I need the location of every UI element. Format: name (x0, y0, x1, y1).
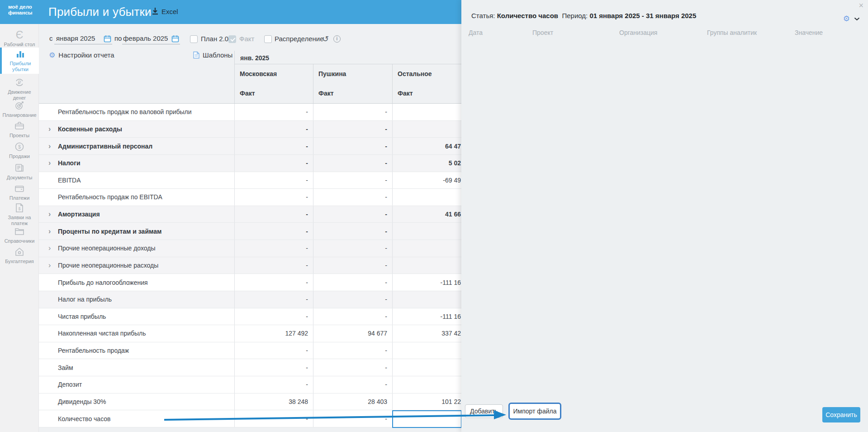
chevron-down-icon[interactable] (854, 17, 860, 21)
column-header-pushkina[interactable]: Пушкина (313, 64, 392, 83)
row-label-cell[interactable]: Накопленная чистая прибыль (39, 325, 234, 342)
value-cell[interactable] (392, 240, 462, 257)
row-label-cell[interactable]: Займ (39, 359, 234, 376)
value-cell[interactable]: - (234, 206, 313, 223)
row-label-cell[interactable]: Депозит (39, 376, 234, 393)
expand-chevron-icon[interactable]: › (48, 245, 58, 251)
value-cell[interactable]: - (234, 172, 313, 189)
row-label-cell[interactable]: Чистая прибыль (39, 308, 234, 325)
sidebar-item-5[interactable]: Проекты (0, 120, 39, 139)
import-file-button[interactable]: Импорт файла (508, 403, 561, 420)
value-cell[interactable]: 38 248 (234, 394, 313, 410)
templates-button[interactable]: Шаблоны (193, 51, 232, 59)
sidebar-item-11[interactable]: Бухгалтерия (0, 245, 39, 264)
sidebar-item-3[interactable]: ₽Движение денег (0, 76, 39, 101)
sidebar-item-6[interactable]: $Продажи (0, 140, 39, 159)
sidebar-item-4[interactable]: Планирование (0, 99, 39, 118)
value-cell[interactable] (392, 376, 462, 393)
value-cell[interactable]: - (313, 291, 392, 308)
value-cell[interactable]: 5 02 (392, 155, 462, 172)
value-cell[interactable]: - (313, 155, 392, 172)
calendar-icon[interactable] (171, 35, 179, 43)
app-logo[interactable]: моё дело финансы (8, 4, 33, 16)
row-label-cell[interactable]: Рентабельность продаж по EBITDA (39, 189, 234, 206)
date-from-input[interactable]: января 2025 (56, 34, 95, 42)
value-cell[interactable]: - (313, 308, 392, 325)
value-cell[interactable] (392, 342, 462, 359)
value-cell[interactable]: - (234, 342, 313, 359)
value-cell[interactable]: - (234, 189, 313, 206)
value-cell[interactable]: - (313, 410, 392, 427)
sidebar-item-7[interactable]: Документы (0, 162, 39, 181)
value-cell[interactable]: - (313, 240, 392, 257)
value-cell[interactable]: - (234, 223, 313, 240)
value-cell[interactable]: -111 16 (392, 308, 462, 325)
value-cell[interactable] (392, 257, 462, 274)
value-cell[interactable]: - (313, 206, 392, 223)
row-label-cell[interactable]: ›Административный персонал (39, 138, 234, 154)
value-cell[interactable]: - (313, 257, 392, 274)
expand-chevron-icon[interactable]: › (48, 143, 58, 149)
value-cell[interactable]: 64 47 (392, 138, 462, 154)
row-label-cell[interactable]: Количество часов (39, 410, 234, 427)
value-cell[interactable] (392, 359, 462, 376)
value-cell[interactable]: - (313, 274, 392, 291)
expand-chevron-icon[interactable]: › (48, 228, 58, 235)
sidebar-item-8[interactable]: Платежи (0, 182, 39, 201)
row-label-cell[interactable]: Прибыль до налогообложения (39, 274, 234, 291)
value-cell[interactable]: - (234, 410, 313, 427)
value-cell[interactable]: - (313, 138, 392, 154)
value-cell[interactable]: - (234, 240, 313, 257)
value-cell[interactable]: - (234, 359, 313, 376)
value-cell[interactable]: 101 22 (392, 394, 462, 410)
sidebar-item-9[interactable]: $Заявки на платеж (0, 202, 39, 226)
value-cell[interactable]: - (313, 189, 392, 206)
value-cell[interactable]: - (313, 376, 392, 393)
value-cell[interactable]: - (234, 376, 313, 393)
distribution-checkbox[interactable] (264, 35, 272, 43)
expand-chevron-icon[interactable]: › (48, 262, 58, 269)
value-cell[interactable]: 28 403 (313, 394, 392, 410)
row-label-cell[interactable]: ›Прочие неоперационные доходы (39, 240, 234, 257)
value-cell[interactable]: - (313, 359, 392, 376)
row-label-cell[interactable]: ›Амортизация (39, 206, 234, 223)
row-label-cell[interactable]: ›Косвенные расходы (39, 121, 234, 138)
value-cell[interactable] (392, 223, 462, 240)
report-settings-button[interactable]: ⚙ Настройки отчета (49, 51, 114, 59)
sidebar-item-1[interactable]: ЄРабочий стол (0, 29, 39, 48)
value-cell[interactable]: - (313, 223, 392, 240)
value-cell[interactable]: - (234, 257, 313, 274)
save-button[interactable]: Сохранить (822, 407, 860, 422)
column-header-moskovskaya[interactable]: Московская (234, 64, 313, 83)
value-cell[interactable]: - (234, 291, 313, 308)
value-cell[interactable]: - (234, 308, 313, 325)
panel-settings-gear-icon[interactable]: ⚙ (843, 15, 850, 23)
value-cell[interactable]: - (234, 274, 313, 291)
selected-cell-outline[interactable] (392, 410, 462, 428)
value-cell[interactable]: - (234, 155, 313, 172)
value-cell[interactable]: - (313, 342, 392, 359)
value-cell[interactable]: - (313, 172, 392, 189)
value-cell[interactable]: - (234, 138, 313, 154)
value-cell[interactable]: 337 42 (392, 325, 462, 342)
sidebar-item-2[interactable]: Прибыли убытки (0, 48, 39, 74)
row-label-cell[interactable]: ›Прочие неоперационные расходы (39, 257, 234, 274)
row-label-cell[interactable]: ›Проценты по кредитам и займам (39, 223, 234, 240)
value-cell[interactable]: -69 49 (392, 172, 462, 189)
info-icon[interactable]: i (333, 35, 341, 43)
row-label-cell[interactable]: Дивиденды 30% (39, 394, 234, 410)
value-cell[interactable] (392, 291, 462, 308)
value-cell[interactable]: -111 16 (392, 274, 462, 291)
export-excel-button[interactable]: Excel (152, 7, 178, 15)
value-cell[interactable] (392, 121, 462, 138)
value-cell[interactable]: 41 66 (392, 206, 462, 223)
add-button[interactable]: Добавить (465, 404, 503, 418)
value-cell[interactable]: - (313, 104, 392, 120)
row-label-cell[interactable]: Рентабельность продаж по валовой прибыли (39, 104, 234, 120)
expand-chevron-icon[interactable]: › (48, 160, 58, 166)
value-cell[interactable] (392, 189, 462, 206)
row-label-cell[interactable]: Налог на прибыль (39, 291, 234, 308)
column-header-ostalnoe[interactable]: Остальное (392, 64, 462, 83)
value-cell[interactable]: - (313, 121, 392, 138)
value-cell[interactable]: 127 492 (234, 325, 313, 342)
